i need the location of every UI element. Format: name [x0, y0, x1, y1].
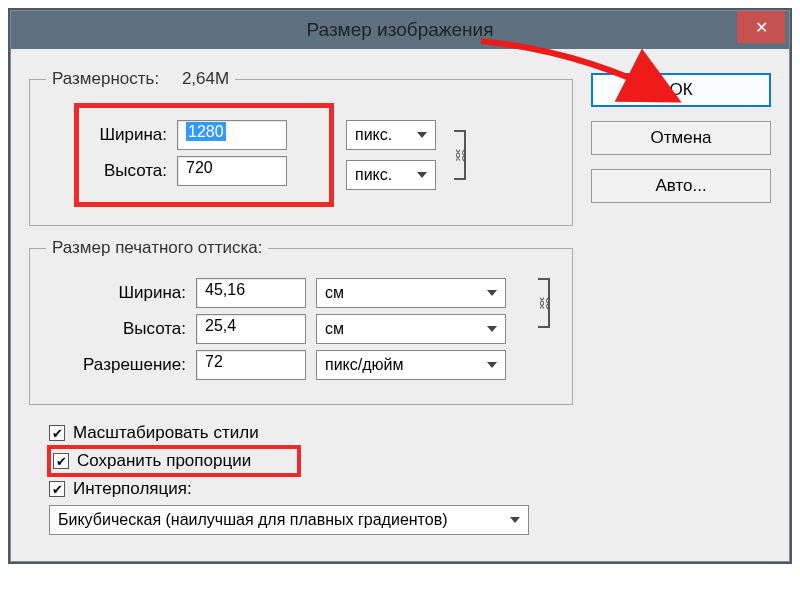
pixel-width-input[interactable]: 1280	[177, 120, 287, 150]
pixel-dimensions-group: Размерность: 2,64M Ширина: 1280 Высота: …	[29, 69, 573, 226]
resample-label: Интерполяция:	[73, 479, 192, 499]
print-height-label: Высота:	[46, 319, 186, 339]
chain-icon: ⛓	[454, 148, 467, 163]
resample-method-select[interactable]: Бикубическая (наилучшая для плавных град…	[49, 505, 529, 535]
checkbox-checked-icon: ✔	[53, 453, 69, 469]
pixel-link-bracket: ⛓	[448, 130, 472, 180]
pixel-height-input[interactable]: 720	[177, 156, 287, 186]
print-height-input[interactable]: 25,4	[196, 314, 306, 344]
pixel-height-unit-select[interactable]: пикс.	[346, 160, 436, 190]
constrain-label: Сохранить пропорции	[77, 451, 251, 471]
scale-styles-label: Масштабировать стили	[73, 423, 259, 443]
constrain-proportions-checkbox[interactable]: ✔ Сохранить пропорции	[49, 447, 299, 475]
print-height-unit-select[interactable]: см	[316, 314, 506, 344]
pixel-width-label: Ширина:	[87, 125, 167, 145]
resample-checkbox[interactable]: ✔ Интерполяция:	[49, 479, 565, 499]
print-legend: Размер печатного оттиска:	[46, 238, 268, 258]
dim-legend-text: Размерность:	[52, 69, 159, 88]
scale-styles-checkbox[interactable]: ✔ Масштабировать стили	[49, 423, 565, 443]
pixel-width-unit-select[interactable]: пикс.	[346, 120, 436, 150]
chain-icon: ⛓	[538, 296, 551, 311]
resolution-label: Разрешение:	[46, 355, 186, 375]
resolution-unit-select[interactable]: пикс/дюйм	[316, 350, 506, 380]
resolution-input[interactable]: 72	[196, 350, 306, 380]
auto-button[interactable]: Авто...	[591, 169, 771, 203]
ok-button[interactable]: ОК	[591, 73, 771, 107]
dialog-title: Размер изображения	[11, 19, 789, 41]
print-link-bracket: ⛓	[532, 278, 556, 328]
print-width-label: Ширина:	[46, 283, 186, 303]
close-button[interactable]: ✕	[737, 11, 785, 43]
dim-size-text: 2,64M	[182, 69, 229, 88]
pixel-height-label: Высота:	[87, 161, 167, 181]
checkbox-checked-icon: ✔	[49, 481, 65, 497]
highlight-pixel-inputs: Ширина: 1280 Высота: 720	[74, 103, 334, 207]
close-icon: ✕	[755, 18, 768, 37]
print-width-input[interactable]: 45,16	[196, 278, 306, 308]
cancel-button[interactable]: Отмена	[591, 121, 771, 155]
titlebar: Размер изображения ✕	[11, 11, 789, 49]
print-width-unit-select[interactable]: см	[316, 278, 506, 308]
print-size-group: Размер печатного оттиска: Ширина: 45,16 …	[29, 238, 573, 405]
pixel-dimensions-legend: Размерность: 2,64M	[46, 69, 235, 89]
image-size-dialog: Размер изображения ✕ Размерность: 2,64M	[10, 10, 790, 562]
checkbox-checked-icon: ✔	[49, 425, 65, 441]
